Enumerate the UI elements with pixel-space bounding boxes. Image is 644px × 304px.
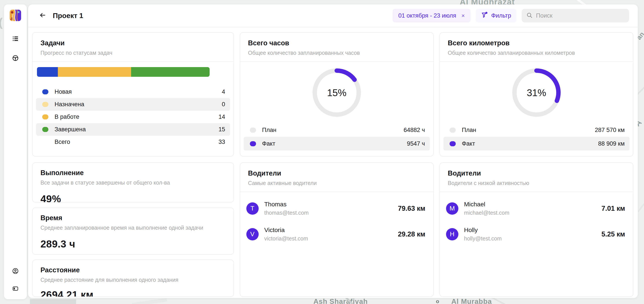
- active-drivers-header: Водители Самые активные водители: [240, 163, 433, 192]
- low-activity-drivers-list: M Michael michael@test.com 7.01 км H Hol…: [440, 192, 633, 247]
- bar-segment-new: [37, 67, 58, 77]
- tasks-card: Задачи Прогресс по статусам задач Новая …: [32, 32, 234, 156]
- status-label: Назначена: [54, 101, 222, 108]
- tasks-card-header: Задачи Прогресс по статусам задач: [32, 32, 234, 62]
- driver-distance: 79.63 км: [398, 204, 425, 212]
- header-controls: 01 октября - 23 июля × Фильтр: [392, 9, 629, 22]
- back-button[interactable]: [38, 11, 47, 20]
- map-road: [30, 299, 76, 304]
- status-dot: [42, 127, 48, 132]
- panel-collapse-icon: [12, 285, 19, 293]
- kilometers-card-header: Всего километров Общее количество заплан…: [440, 32, 633, 62]
- app-logo[interactable]: [10, 10, 21, 21]
- driver-name: Michael: [464, 201, 602, 208]
- plan-label: План: [262, 127, 404, 134]
- map-label-bottom-right: Al Murabba: [451, 298, 492, 304]
- donut-percent-label: 31%: [527, 87, 546, 98]
- driver-row[interactable]: T Thomas thomas@test.com 79.63 км: [246, 196, 425, 221]
- hours-card-body: 15% План 64882 ч Факт 9547 ч: [240, 62, 433, 156]
- dashboard-content: Задачи Прогресс по статусам задач Новая …: [28, 27, 638, 298]
- card-title: Водители: [248, 170, 425, 177]
- status-label: Завершена: [54, 126, 218, 133]
- driver-name: Holly: [464, 226, 602, 234]
- card-title: Водители: [448, 170, 625, 177]
- steering-wheel-icon: [12, 55, 19, 62]
- total-kilometers-card: Всего километров Общее количество заплан…: [440, 32, 634, 156]
- driver-distance: 29.28 км: [398, 230, 425, 238]
- task-status-legend: Новая 4 Назначена 0 В работе 14: [36, 86, 230, 148]
- search-box: [522, 9, 629, 22]
- completion-value: 49%: [32, 186, 234, 202]
- clear-date-icon[interactable]: ×: [462, 12, 465, 19]
- card-title: Выполнение: [40, 169, 226, 177]
- driver-name: Victoria: [264, 226, 398, 234]
- filter-button[interactable]: Фильтр: [476, 9, 516, 22]
- sidebar-item-collapse[interactable]: [12, 286, 19, 292]
- active-drivers-card: Водители Самые активные водители T Thoma…: [240, 162, 434, 297]
- bar-segment-in-progress: [58, 67, 131, 77]
- completion-card: Выполнение Все задачи в статусе завершен…: [32, 162, 234, 202]
- status-label: В работе: [54, 114, 218, 120]
- status-dot: [42, 102, 48, 107]
- driver-info: Victoria victoria@test.com: [264, 226, 398, 242]
- fact-value: 9547 ч: [407, 140, 425, 147]
- kilometers-card-body: 31% План 287 570 км Факт 88 909 км: [440, 62, 633, 156]
- card-subtitle: Общее количество запланированных километ…: [448, 50, 625, 56]
- account-icon: [12, 268, 19, 275]
- driver-row[interactable]: V Victoria victoria@test.com 29.28 км: [246, 221, 425, 247]
- plan-row: План 287 570 км: [444, 123, 630, 137]
- card-title: Всего километров: [448, 39, 625, 47]
- sidebar-item-account[interactable]: [12, 268, 19, 275]
- active-drivers-list: T Thomas thomas@test.com 79.63 км V Vict…: [240, 192, 433, 247]
- fact-dot: [250, 141, 256, 146]
- page-header: Проект 1 01 октября - 23 июля × Фильтр: [28, 4, 638, 27]
- driver-distance: 7.01 км: [602, 204, 625, 212]
- fact-row: Факт 88 909 км: [444, 137, 630, 150]
- date-range-chip[interactable]: 01 октября - 23 июля ×: [392, 9, 470, 22]
- time-card-header: Время Среднее запланированное время на в…: [32, 208, 234, 231]
- time-card: Время Среднее запланированное время на в…: [32, 208, 234, 255]
- bar-segment-done: [131, 67, 210, 77]
- avatar: V: [246, 228, 259, 240]
- plan-dot: [450, 128, 456, 133]
- legend-row: Новая 4: [36, 86, 230, 98]
- sidebar-item-tasks-list[interactable]: [12, 36, 19, 43]
- list-icon: [12, 36, 19, 43]
- stats-column: Выполнение Все задачи в статусе завершен…: [32, 162, 234, 297]
- driver-email: michael@test.com: [464, 210, 602, 216]
- map-text-fragment: (: [0, 16, 3, 29]
- main-panel: Проект 1 01 октября - 23 июля × Фильтр: [28, 4, 638, 298]
- sidebar-item-drivers[interactable]: [12, 55, 19, 62]
- plan-row: План 64882 ч: [244, 123, 430, 137]
- driver-row[interactable]: M Michael michael@test.com 7.01 км: [446, 196, 625, 221]
- fact-row: Факт 9547 ч: [244, 137, 430, 150]
- driver-info: Michael michael@test.com: [464, 201, 602, 216]
- map-text-fragment: o: [436, 298, 439, 304]
- avatar: H: [446, 228, 458, 240]
- search-input[interactable]: [536, 12, 624, 19]
- card-subtitle: Все задачи в статусе завершены от общего…: [40, 180, 226, 186]
- plan-label: План: [462, 127, 595, 134]
- driver-email: thomas@test.com: [264, 210, 398, 216]
- driver-info: Thomas thomas@test.com: [264, 201, 398, 216]
- sidebar: [4, 4, 27, 299]
- distance-value: 2694.21 км: [32, 283, 234, 297]
- search-icon: [526, 12, 532, 19]
- avatar: M: [446, 202, 458, 215]
- status-dot: [42, 114, 48, 120]
- tasks-card-body: Новая 4 Назначена 0 В работе 14: [32, 62, 234, 148]
- card-subtitle: Среднее запланированное время на выполне…: [40, 224, 226, 231]
- arrow-left-icon: [39, 11, 47, 20]
- status-count: 14: [218, 114, 225, 120]
- card-title: Задачи: [40, 39, 226, 47]
- legend-row-total: Всего 33: [36, 136, 230, 148]
- low-activity-drivers-card: Водители Водители с низкой активностью M…: [440, 162, 634, 297]
- legend-row: Назначена 0: [36, 98, 230, 111]
- completion-card-header: Выполнение Все задачи в статусе завершен…: [32, 163, 234, 186]
- card-subtitle: Прогресс по статусам задач: [40, 50, 226, 56]
- map-label-bottom-left: Ash Sharafiyah: [314, 298, 368, 304]
- fact-dot: [450, 141, 456, 146]
- card-title: Всего часов: [248, 39, 425, 47]
- driver-row[interactable]: H Holly holly@test.com 5.25 км: [446, 221, 625, 247]
- task-status-stacked-bar: [37, 67, 210, 77]
